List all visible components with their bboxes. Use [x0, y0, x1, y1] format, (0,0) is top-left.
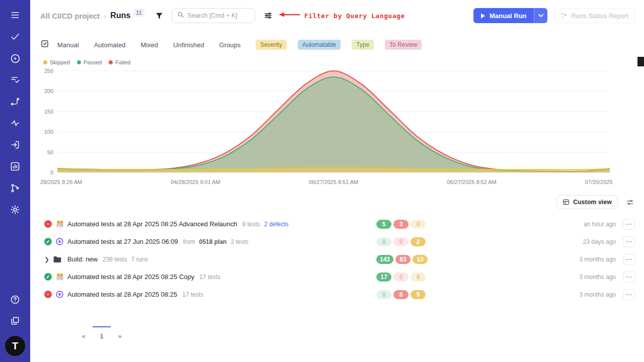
run-title[interactable]: Automated tests at 28 Apr 2025 08:25 [67, 291, 177, 298]
tab-groups[interactable]: Groups [219, 41, 241, 49]
tests-check-icon[interactable] [9, 31, 21, 43]
more-options-button[interactable]: ⋯ [623, 236, 635, 247]
run-time: 3 months ago [433, 274, 616, 281]
status-failed-icon: – [44, 220, 52, 228]
view-settings-tune-icon[interactable] [623, 195, 637, 209]
run-title[interactable]: Automated tests at 27 Jun 2025 06:09 [67, 238, 178, 245]
runs-play-icon[interactable] [9, 52, 21, 64]
search-input[interactable] [188, 12, 248, 19]
filter-row: Manual Automated Mixed Unfinished Groups… [30, 35, 644, 54]
branch-merge-icon[interactable] [9, 182, 21, 194]
projects-folders-icon[interactable] [9, 315, 21, 327]
pagination-page-1[interactable]: 1 [93, 326, 111, 340]
chevron-down-icon [538, 14, 543, 18]
query-filter-tune-icon[interactable] [261, 9, 275, 23]
menu-icon[interactable] [9, 9, 21, 21]
breadcrumb-project[interactable]: All CI/CD project [40, 12, 100, 20]
status-failed-icon: – [44, 291, 52, 298]
pagination-next-button[interactable]: » [111, 326, 129, 340]
more-options-button[interactable]: ⋯ [623, 219, 635, 230]
pagination-prev-button[interactable]: « [74, 326, 93, 340]
import-inbox-icon[interactable] [9, 139, 21, 151]
passed-dot-icon [77, 60, 81, 64]
svg-text:06/27/2025 8:51 AM: 06/27/2025 8:51 AM [309, 179, 358, 185]
failed-badge: 83 [395, 255, 411, 264]
passed-badge: 143 [376, 255, 393, 264]
svg-text:07/20/2025 3:18 PM: 07/20/2025 3:18 PM [585, 179, 614, 185]
group-tests-count: 239 tests [103, 256, 127, 263]
search-icon [177, 11, 184, 20]
svg-text:150: 150 [44, 109, 53, 115]
run-time: 3 months ago [433, 291, 616, 298]
table-row[interactable]: ✓ 🎊 Automated tests at 28 Apr 2025 08:25… [30, 268, 644, 286]
activity-pulse-icon[interactable] [9, 117, 21, 129]
run-title[interactable]: Automated tests at 28 Apr 2025 08:25 Cop… [67, 273, 194, 281]
group-runs-count: 7 runs [131, 256, 148, 263]
tab-mixed[interactable]: Mixed [141, 41, 158, 49]
analytics-chart-icon[interactable] [9, 160, 21, 172]
manual-run-caret-button[interactable] [534, 8, 547, 23]
table-row[interactable]: – Automated tests at 28 Apr 2025 08:25 1… [30, 286, 644, 303]
runs-status-report-button[interactable]: Runs Status Report [554, 8, 635, 23]
table-row-group[interactable]: ❯ Build: new 239 tests 7 runs 143 83 13 … [30, 250, 644, 268]
table-row[interactable]: – 🎊 Automated tests at 28 Apr 2025 08:25… [30, 215, 644, 233]
sidebar: T [0, 0, 30, 362]
tab-unfinished[interactable]: Unfinished [173, 41, 204, 49]
runs-area-chart[interactable]: 05010015020025004/28/2025 8:26 AM04/28/2… [40, 68, 614, 188]
tab-automated[interactable]: Automated [94, 41, 126, 49]
chip-automatable[interactable]: Automatable [298, 40, 341, 50]
legend-failed[interactable]: Failed [109, 59, 130, 65]
breadcrumb-separator: › [104, 12, 106, 20]
custom-view-button[interactable]: Custom view [556, 195, 618, 209]
more-options-button[interactable]: ⋯ [623, 289, 635, 300]
chart-legend: Skipped Passed Failed [30, 59, 644, 65]
run-title[interactable]: Automated tests at 28 Apr 2025 08:25 Adv… [67, 220, 237, 228]
header: All CI/CD project › Runs 11 Filter by Qu… [30, 0, 644, 31]
chevron-right-icon[interactable]: ❯ [44, 256, 49, 263]
status-passed-icon: ✓ [44, 238, 52, 245]
svg-text:250: 250 [44, 68, 53, 74]
checklist-icon[interactable] [9, 74, 21, 86]
result-badges: 0 8 9 [376, 290, 433, 299]
svg-text:06/27/2025 8:52 AM: 06/27/2025 8:52 AM [447, 179, 496, 185]
skipped-badge: 9 [411, 290, 426, 299]
filter-funnel-button[interactable] [152, 9, 167, 23]
svg-text:04/28/2025 8:26 AM: 04/28/2025 8:26 AM [40, 179, 82, 185]
passed-badge: 5 [376, 220, 391, 229]
passed-badge: 0 [376, 290, 391, 299]
manual-run-label: Manual Run [490, 12, 527, 20]
tab-manual[interactable]: Manual [57, 41, 79, 49]
legend-skipped[interactable]: Skipped [43, 59, 70, 65]
run-plan-link[interactable]: 0518 plan [199, 238, 227, 245]
runs-table: – 🎊 Automated tests at 28 Apr 2025 08:25… [30, 215, 644, 303]
chip-to-review[interactable]: To Review [385, 40, 422, 50]
more-options-button[interactable]: ⋯ [623, 254, 635, 265]
play-icon [480, 13, 486, 19]
chip-severity[interactable]: Severity [256, 40, 286, 50]
shared-steps-icon[interactable] [9, 96, 21, 108]
manual-run-button[interactable]: Manual Run [473, 8, 534, 23]
settings-gear-icon[interactable] [9, 204, 21, 216]
custom-view-label: Custom view [573, 199, 612, 206]
more-options-button[interactable]: ⋯ [623, 272, 635, 283]
manual-run-split-button: Manual Run [473, 8, 547, 23]
app-purple-icon [56, 238, 63, 245]
table-row[interactable]: ✓ Automated tests at 27 Jun 2025 06:09 f… [30, 233, 644, 250]
passed-badge: 17 [376, 273, 391, 282]
svg-text:0: 0 [50, 169, 53, 175]
sparkles-icon [561, 12, 568, 19]
svg-text:50: 50 [47, 149, 53, 155]
group-title[interactable]: Build: new [67, 255, 98, 263]
run-defects-link[interactable]: 2 defects [264, 221, 289, 228]
skipped-badge: 2 [411, 237, 426, 246]
run-time: an hour ago [433, 221, 616, 228]
bulk-select-icon[interactable] [40, 39, 49, 50]
chip-type[interactable]: Type [352, 40, 374, 50]
help-icon[interactable] [9, 294, 21, 306]
search-box[interactable] [172, 8, 255, 23]
legend-passed[interactable]: Passed [77, 59, 102, 65]
run-tests-count: 17 tests [182, 291, 203, 298]
scrollbar-thumb[interactable] [637, 57, 644, 66]
app-logo[interactable]: T [5, 336, 25, 356]
run-tests-count: 8 tests [243, 221, 260, 228]
